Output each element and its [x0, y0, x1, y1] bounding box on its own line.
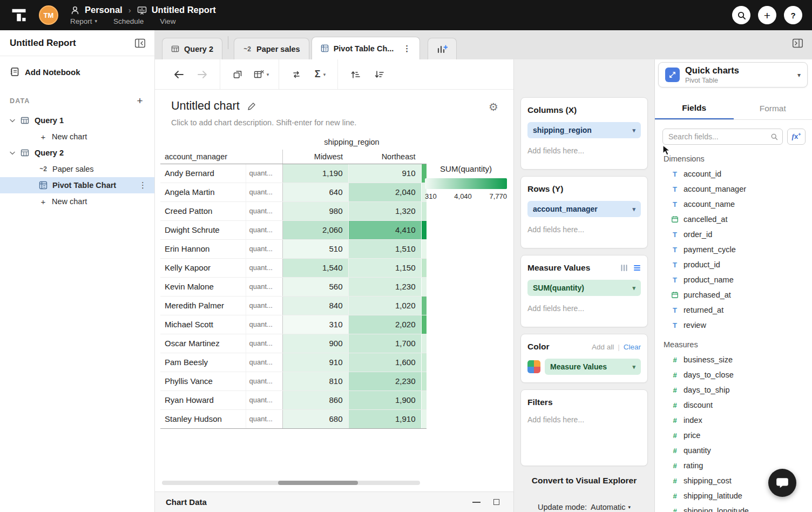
heatmap-cell[interactable]: 1,700 — [348, 334, 421, 353]
heatmap-cell[interactable]: 2,020 — [348, 315, 421, 334]
remove-table-button[interactable]: ▾ — [249, 65, 273, 84]
chart-data-label[interactable]: Chart Data — [166, 497, 207, 507]
menu-report[interactable]: Report▾ — [70, 17, 97, 25]
scrollbar-thumb[interactable] — [278, 481, 358, 485]
heatmap-cell[interactable]: 1,150 — [348, 258, 421, 277]
measure-field-pill[interactable]: SUM(quantity) ▾ — [527, 280, 641, 296]
dimension-field-purchased_at[interactable]: purchased_at — [655, 287, 812, 302]
filters-drop-target[interactable]: Add fields here... — [527, 415, 641, 424]
heatmap-cell[interactable]: 840 — [282, 296, 348, 315]
tab-menu-button[interactable]: ⋮ — [403, 44, 411, 53]
row-label[interactable]: Michael Scott — [160, 315, 246, 334]
row-label[interactable]: Oscar Martinez — [160, 334, 246, 353]
aggregate-button[interactable]: Σ ▾ — [308, 65, 332, 84]
dimension-field-payment_cycle[interactable]: Tpayment_cycle — [655, 242, 812, 257]
minimize-panel-icon[interactable] — [472, 502, 481, 503]
dimension-field-account_id[interactable]: Taccount_id — [655, 166, 812, 181]
convert-to-visual-explorer-button[interactable]: Convert to Visual Explorer — [520, 473, 648, 489]
dimension-field-account_manager[interactable]: Taccount_manager — [655, 181, 812, 197]
search-fields-input[interactable] — [668, 132, 770, 141]
heatmap-cell[interactable]: 560 — [282, 277, 348, 296]
column-header[interactable]: Midwest — [282, 150, 348, 164]
measure-field-days_to_close[interactable]: #days_to_close — [655, 367, 812, 382]
edit-title-icon[interactable] — [247, 102, 256, 111]
color-swatch-icon[interactable] — [527, 360, 540, 373]
sidebar-item-paper-sales[interactable]: ~2 Paper sales — [0, 161, 154, 177]
tab-paper-sales[interactable]: ~2 Paper sales — [234, 38, 309, 59]
measure-field-price[interactable]: #price — [655, 428, 812, 443]
color-field-pill[interactable]: Measure Values ▾ — [545, 359, 641, 375]
heatmap-cell[interactable]: 1,230 — [348, 277, 421, 296]
sort-descending-button[interactable] — [367, 65, 391, 84]
report-title[interactable]: Untitled Report — [152, 5, 216, 15]
measure-drop-target[interactable]: Add fields here... — [527, 304, 641, 313]
row-label[interactable]: Stanley Hudson — [160, 409, 246, 428]
dimension-field-account_name[interactable]: Taccount_name — [655, 197, 812, 212]
row-label[interactable]: Erin Hannon — [160, 239, 246, 258]
tab-pivot-table-chart[interactable]: Pivot Table Ch... ⋮ — [312, 37, 421, 59]
row-label[interactable]: Phyllis Vance — [160, 372, 246, 390]
dimension-field-product_name[interactable]: Tproduct_name — [655, 272, 812, 287]
heatmap-cell[interactable]: 1,320 — [348, 201, 421, 220]
maximize-panel-icon[interactable] — [493, 499, 499, 505]
transpose-button[interactable] — [285, 65, 308, 84]
heatmap-cell[interactable]: 1,910 — [348, 409, 421, 428]
measure-field-discount[interactable]: #discount — [655, 398, 812, 413]
sidebar-item-pivot-table-chart[interactable]: Pivot Table Chart ⋮ — [0, 177, 154, 193]
sidebar-new-chart-query2-button[interactable]: + New chart — [0, 193, 154, 210]
heatmap-cell[interactable]: 910 — [282, 353, 348, 372]
add-notebook-button[interactable]: Add Notebook — [0, 56, 154, 80]
dimension-field-returned_at[interactable]: Treturned_at — [655, 302, 812, 318]
heatmap-cell[interactable]: 910 — [348, 164, 421, 183]
rows-field-pill[interactable]: account_manager ▾ — [527, 201, 641, 217]
redo-button[interactable] — [191, 65, 214, 84]
heatmap-cell[interactable]: 510 — [282, 239, 348, 258]
undo-button[interactable] — [167, 65, 191, 84]
tab-fields[interactable]: Fields — [655, 97, 734, 119]
sidebar-new-chart-query1-button[interactable]: + New chart — [0, 129, 154, 145]
heatmap-cell[interactable]: 680 — [282, 409, 348, 428]
heatmap-cell[interactable]: 4,410 — [348, 220, 421, 239]
item-menu-button[interactable]: ⋮ — [139, 180, 147, 190]
column-header[interactable]: Northeast — [348, 150, 421, 164]
columns-layout-icon[interactable] — [620, 264, 628, 272]
rows-drop-target[interactable]: Add fields here... — [527, 225, 641, 234]
heatmap-cell[interactable]: 2,040 — [348, 183, 421, 201]
columns-drop-target[interactable]: Add fields here... — [527, 146, 641, 155]
measure-field-quantity[interactable]: #quantity — [655, 443, 812, 458]
add-button[interactable]: + — [758, 6, 776, 24]
update-mode-select[interactable]: Automatic ▾ — [591, 503, 631, 511]
columns-field-pill[interactable]: shipping_region ▾ — [527, 122, 641, 138]
heatmap-cell[interactable]: 1,510 — [348, 239, 421, 258]
quick-charts-selector[interactable]: Quick charts Pivot Table ▾ — [658, 62, 808, 87]
heatmap-cell[interactable]: 640 — [282, 183, 348, 201]
tab-format[interactable]: Format — [734, 97, 812, 119]
duplicate-chart-button[interactable] — [226, 65, 249, 84]
measure-field-shipping_longitude[interactable]: #shipping_longitude — [655, 503, 812, 512]
heatmap-cell[interactable]: 810 — [282, 372, 348, 390]
sidebar-item-query-2[interactable]: Query 2 — [0, 145, 154, 161]
chat-widget-button[interactable] — [768, 469, 796, 497]
heatmap-cell[interactable]: 900 — [282, 334, 348, 353]
heatmap-cell[interactable]: 310 — [282, 315, 348, 334]
heatmap-cell[interactable]: 980 — [282, 201, 348, 220]
row-label[interactable]: Dwight Schrute — [160, 220, 246, 239]
row-label[interactable]: Kelly Kapoor — [160, 258, 246, 277]
dimension-field-product_id[interactable]: Tproduct_id — [655, 257, 812, 272]
row-label[interactable]: Creed Patton — [160, 201, 246, 220]
row-label[interactable]: Kevin Malone — [160, 277, 246, 296]
measure-field-days_to_ship[interactable]: #days_to_ship — [655, 382, 812, 398]
list-layout-icon[interactable] — [633, 264, 641, 272]
heatmap-cell[interactable]: 1,020 — [348, 296, 421, 315]
chart-settings-icon[interactable]: ⚙ — [489, 100, 498, 113]
row-label[interactable]: Andy Bernard — [160, 164, 246, 183]
row-label[interactable]: Pam Beesly — [160, 353, 246, 372]
dimension-field-review[interactable]: Treview — [655, 318, 812, 333]
dimension-field-order_id[interactable]: Torder_id — [655, 227, 812, 242]
sort-ascending-button[interactable] — [343, 65, 367, 84]
collapse-right-panel-button[interactable] — [792, 38, 803, 50]
chart-title[interactable]: Untitled chart — [171, 99, 240, 113]
app-logo[interactable] — [8, 4, 30, 26]
measure-field-index[interactable]: #index — [655, 413, 812, 428]
chart-description-placeholder[interactable]: Click to add chart description. Shift-en… — [171, 118, 513, 127]
